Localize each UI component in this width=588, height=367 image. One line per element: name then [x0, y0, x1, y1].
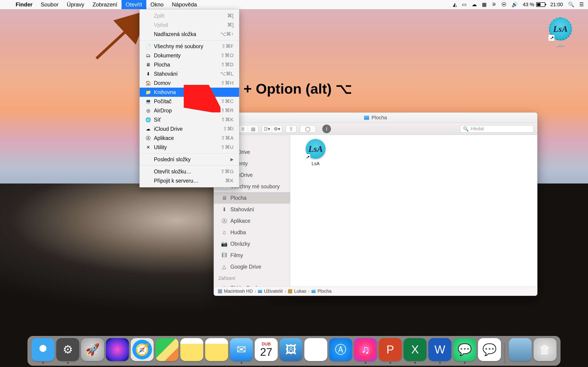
dock-messages-icon[interactable]: 💬 [453, 338, 476, 361]
menu-item-shortcut: ⌘[ [227, 13, 233, 19]
menu-item-utility[interactable]: ✕Utility⇧⌘U [140, 143, 239, 152]
window-titlebar[interactable]: Plocha [214, 113, 537, 123]
wifi-tray-icon[interactable]: ⦿ [502, 2, 506, 8]
file-item-lsa[interactable]: LsA ↗︎ LsA [302, 139, 329, 166]
sidebar-item-obr-zky[interactable]: 📷Obrázky [214, 238, 290, 250]
menubar-item-okno[interactable]: Okno [146, 0, 168, 9]
dock-siri-icon[interactable] [106, 338, 129, 361]
menu-item-aplikace[interactable]: ⒶAplikace⇧⌘A [140, 133, 239, 143]
menu-item-icon: ☁︎ [145, 126, 151, 132]
path-seg[interactable]: Macintosh HD [224, 289, 253, 294]
arrange-icon[interactable]: ☷▾ [262, 125, 272, 133]
dock-imessage-icon[interactable]: 💬 [478, 338, 501, 361]
dock-running-dot [241, 362, 242, 364]
menu-item-plocha[interactable]: 🖥Plocha⇧⌘D [140, 60, 239, 69]
menu-item-shortcut: ⇧⌘U [221, 144, 233, 150]
finder-pathbar[interactable]: Macintosh HD › Uživatelé › Lukas › Ploch… [214, 286, 537, 296]
bluetooth-tray-icon[interactable]: ⚞ [492, 2, 496, 8]
menu-item-posledn-slo-ky[interactable]: Poslední složky▶ [140, 155, 239, 164]
sidebar-item-icon: △ [221, 264, 228, 270]
action-gear-icon[interactable]: ⚙︎▾ [272, 125, 282, 133]
finder-content[interactable]: LsA ↗︎ LsA [290, 135, 537, 286]
sidebar-item-filmy[interactable]: 🎞Filmy [214, 250, 290, 261]
file-alias-icon: LsA ↗︎ [306, 139, 326, 159]
dock-maps-icon[interactable] [156, 338, 179, 361]
dock-powerpoint-icon[interactable]: P [379, 338, 402, 361]
notification-center-icon[interactable]: ☰ [579, 2, 584, 8]
svg-line-1 [188, 88, 218, 110]
battery-pct-label: 43 % [523, 2, 534, 8]
dock-itunes-icon[interactable]: ♫ [354, 338, 377, 361]
desktop-alias-lsa[interactable]: LsA ↗︎ LsA [544, 18, 577, 48]
menu-item-s-[interactable]: 🌐Síť⇧⌘K [140, 115, 239, 124]
menubar-app[interactable]: Finder [11, 0, 36, 9]
menu-item-otev-t-slo-ku-[interactable]: Otevřít složku…⇧⌘G [140, 167, 239, 176]
folder-icon [311, 290, 316, 293]
sidebar-item-plocha[interactable]: 🖥Plocha [214, 192, 290, 204]
share-button[interactable]: ⇧ [285, 125, 296, 133]
menu-item-shortcut: ⌘K [225, 178, 233, 184]
sidebar-item-google-drive[interactable]: △Google Drive [214, 261, 290, 273]
dock-preview-icon[interactable]: 🖼 [279, 338, 303, 361]
menubar-item-upravy[interactable]: Úpravy [63, 0, 88, 9]
arrange-segmented[interactable]: ☷▾ ⚙︎▾ [262, 125, 282, 133]
dock-notes2-icon[interactable] [205, 338, 228, 361]
dock-trash-icon[interactable]: 🗑 [534, 338, 556, 361]
menubar-item-zobrazeni[interactable]: Zobrazení [88, 0, 121, 9]
tags-button[interactable]: ◯ [300, 125, 316, 133]
path-seg[interactable]: Uživatelé [264, 289, 283, 294]
menubar-item-otevrit[interactable]: Otevřít [121, 0, 146, 9]
annotation-arrow-red [184, 85, 221, 112]
view-gallery-icon[interactable]: ▤ [248, 125, 258, 133]
alias-shortcut-badge-icon: ↗︎ [304, 154, 310, 160]
sidebar-item-icon: 📷 [221, 241, 228, 247]
menu-item-label: Vpřed [154, 22, 227, 28]
volume-tray-icon[interactable]: 🔊 [511, 2, 518, 8]
menubar-item-napoveda[interactable]: Nápověda [168, 0, 201, 9]
menu-item-label: Utility [154, 144, 221, 150]
sidebar-item-label: Filmy [230, 252, 243, 259]
menu-item-dokumenty[interactable]: 🗂Dokumenty⇧⌘O [140, 51, 239, 60]
dock-word-icon[interactable]: W [428, 338, 451, 361]
media-tray-icon[interactable]: ▭ [462, 2, 467, 8]
clock-label[interactable]: 21:00 [550, 2, 563, 8]
path-seg[interactable]: Plocha [317, 289, 331, 294]
info-button[interactable]: i [322, 125, 331, 133]
battery-tray[interactable]: 43 % [523, 2, 545, 8]
dock-running-dot [365, 362, 366, 364]
dock-notes-icon[interactable] [180, 338, 203, 361]
menu-item-nad-azen-slo-ka[interactable]: Nadřazená složka⌥⌘↑ [140, 30, 239, 39]
dock-mail-icon[interactable]: ✉︎ [230, 338, 253, 361]
menu-item-stahov-n-[interactable]: ⬇︎Stahování⌥⌘L [140, 69, 239, 78]
dock-settings-icon[interactable]: ⚙︎ [56, 338, 79, 361]
grid-tray-icon[interactable]: ▦ [482, 2, 487, 8]
path-seg[interactable]: Lukas [294, 289, 306, 294]
dock-safari-icon[interactable]: 🧭 [131, 338, 154, 361]
dock-finder-icon[interactable] [32, 338, 54, 361]
sidebar-item-aplikace[interactable]: ⒶAplikace [214, 215, 290, 227]
dock-launchpad-icon[interactable]: 🚀 [81, 338, 104, 361]
menu-item-vp-ed: Vpřed⌘] [140, 20, 239, 30]
gdrive-tray-icon[interactable]: ◭ [453, 2, 457, 8]
menu-item-shortcut: ⌘] [227, 22, 233, 28]
search-input[interactable]: 🔍 Hledat [460, 125, 534, 133]
dock-excel-icon[interactable]: X [404, 338, 426, 361]
spotlight-icon[interactable]: 🔍 [568, 2, 574, 8]
sidebar-item-stahov-n-[interactable]: ⬇︎Stahování [214, 204, 290, 215]
menu-item-icon: 📁 [145, 90, 151, 95]
menu-item-label: Dokumenty [154, 52, 221, 59]
dock-photos-icon[interactable]: ✿ [304, 338, 327, 361]
menu-item-icloud-drive[interactable]: ☁︎iCloud Drive⇧⌘I [140, 124, 239, 133]
menu-item-v-echny-m-soubory[interactable]: 📄Všechny mé soubory⇧⌘F [140, 42, 239, 51]
dock-calendar-icon[interactable]: DUB27 [255, 338, 278, 361]
titlebar-folder-icon [364, 116, 369, 120]
menubar-item-soubor[interactable]: Soubor [36, 0, 62, 9]
dock-appstore-icon[interactable]: Ⓐ [329, 338, 352, 361]
overlay-hint-text: + Option (alt) ⌥ [243, 80, 352, 97]
sidebar-item-hudba[interactable]: ♫Hudba [214, 227, 290, 238]
sidebar-item-device[interactable]: 💻El MacBook [214, 282, 290, 286]
dock-photosapp-icon[interactable] [509, 338, 532, 361]
view-column-icon[interactable]: ⫼ [238, 125, 248, 133]
onedrive-tray-icon[interactable]: ☁︎ [472, 2, 477, 8]
menu-item-p-ipojit-k-serveru-[interactable]: Připojit k serveru…⌘K [140, 176, 239, 185]
